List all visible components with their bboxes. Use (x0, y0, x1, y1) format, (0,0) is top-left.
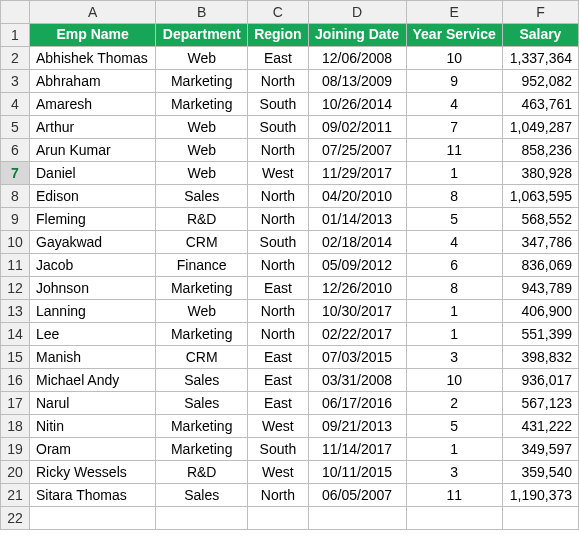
cell-emp-name[interactable]: Amaresh (30, 93, 156, 116)
col-header-F[interactable]: F (502, 1, 578, 24)
cell-emp-name[interactable]: Arun Kumar (30, 139, 156, 162)
empty-cell[interactable] (502, 507, 578, 530)
cell-emp-name[interactable]: Gayakwad (30, 231, 156, 254)
cell-joining-date[interactable]: 01/14/2013 (308, 208, 406, 231)
row-header[interactable]: 22 (1, 507, 30, 530)
cell-salary[interactable]: 1,190,373 (502, 484, 578, 507)
cell-joining-date[interactable]: 06/17/2016 (308, 392, 406, 415)
header-region[interactable]: Region (248, 24, 308, 47)
header-emp-name[interactable]: Emp Name (30, 24, 156, 47)
col-header-C[interactable]: C (248, 1, 308, 24)
row-header[interactable]: 19 (1, 438, 30, 461)
cell-salary[interactable]: 406,900 (502, 300, 578, 323)
cell-emp-name[interactable]: Lee (30, 323, 156, 346)
header-year-service[interactable]: Year Service (406, 24, 502, 47)
cell-department[interactable]: Marketing (156, 277, 248, 300)
cell-salary[interactable]: 952,082 (502, 70, 578, 93)
cell-region[interactable]: South (248, 438, 308, 461)
empty-cell[interactable] (30, 507, 156, 530)
cell-region[interactable]: North (248, 323, 308, 346)
cell-department[interactable]: Web (156, 116, 248, 139)
cell-year-service[interactable]: 3 (406, 346, 502, 369)
cell-emp-name[interactable]: Daniel (30, 162, 156, 185)
cell-region[interactable]: East (248, 392, 308, 415)
row-header[interactable]: 16 (1, 369, 30, 392)
cell-region[interactable]: West (248, 162, 308, 185)
cell-emp-name[interactable]: Narul (30, 392, 156, 415)
cell-salary[interactable]: 943,789 (502, 277, 578, 300)
cell-emp-name[interactable]: Arthur (30, 116, 156, 139)
cell-department[interactable]: Web (156, 300, 248, 323)
cell-department[interactable]: Sales (156, 484, 248, 507)
row-header[interactable]: 11 (1, 254, 30, 277)
cell-department[interactable]: CRM (156, 346, 248, 369)
row-header[interactable]: 5 (1, 116, 30, 139)
cell-salary[interactable]: 359,540 (502, 461, 578, 484)
cell-joining-date[interactable]: 11/29/2017 (308, 162, 406, 185)
cell-region[interactable]: North (248, 254, 308, 277)
cell-department[interactable]: R&D (156, 208, 248, 231)
cell-salary[interactable]: 463,761 (502, 93, 578, 116)
cell-emp-name[interactable]: Michael Andy (30, 369, 156, 392)
cell-year-service[interactable]: 5 (406, 208, 502, 231)
cell-emp-name[interactable]: Edison (30, 185, 156, 208)
cell-year-service[interactable]: 1 (406, 162, 502, 185)
row-header[interactable]: 8 (1, 185, 30, 208)
cell-year-service[interactable]: 10 (406, 47, 502, 70)
header-department[interactable]: Department (156, 24, 248, 47)
col-header-B[interactable]: B (156, 1, 248, 24)
cell-salary[interactable]: 1,049,287 (502, 116, 578, 139)
cell-emp-name[interactable]: Nitin (30, 415, 156, 438)
row-header[interactable]: 17 (1, 392, 30, 415)
cell-emp-name[interactable]: Fleming (30, 208, 156, 231)
col-header-E[interactable]: E (406, 1, 502, 24)
cell-year-service[interactable]: 6 (406, 254, 502, 277)
cell-department[interactable]: R&D (156, 461, 248, 484)
cell-year-service[interactable]: 4 (406, 231, 502, 254)
cell-salary[interactable]: 836,069 (502, 254, 578, 277)
cell-year-service[interactable]: 1 (406, 300, 502, 323)
cell-department[interactable]: Web (156, 47, 248, 70)
cell-department[interactable]: Sales (156, 185, 248, 208)
cell-region[interactable]: South (248, 116, 308, 139)
cell-joining-date[interactable]: 10/30/2017 (308, 300, 406, 323)
row-header[interactable]: 9 (1, 208, 30, 231)
cell-emp-name[interactable]: Johnson (30, 277, 156, 300)
cell-year-service[interactable]: 3 (406, 461, 502, 484)
cell-emp-name[interactable]: Jacob (30, 254, 156, 277)
cell-region[interactable]: North (248, 208, 308, 231)
cell-department[interactable]: Web (156, 162, 248, 185)
cell-year-service[interactable]: 1 (406, 438, 502, 461)
corner-cell[interactable] (1, 1, 30, 24)
cell-year-service[interactable]: 11 (406, 484, 502, 507)
cell-department[interactable]: Marketing (156, 323, 248, 346)
row-header[interactable]: 20 (1, 461, 30, 484)
cell-joining-date[interactable]: 12/26/2010 (308, 277, 406, 300)
cell-year-service[interactable]: 10 (406, 369, 502, 392)
cell-region[interactable]: North (248, 70, 308, 93)
cell-region[interactable]: North (248, 185, 308, 208)
cell-salary[interactable]: 431,222 (502, 415, 578, 438)
cell-joining-date[interactable]: 09/02/2011 (308, 116, 406, 139)
row-header[interactable]: 13 (1, 300, 30, 323)
cell-region[interactable]: North (248, 139, 308, 162)
cell-year-service[interactable]: 5 (406, 415, 502, 438)
row-header[interactable]: 2 (1, 47, 30, 70)
cell-emp-name[interactable]: Sitara Thomas (30, 484, 156, 507)
empty-cell[interactable] (156, 507, 248, 530)
row-header[interactable]: 4 (1, 93, 30, 116)
header-joining-date[interactable]: Joining Date (308, 24, 406, 47)
cell-joining-date[interactable]: 05/09/2012 (308, 254, 406, 277)
row-header[interactable]: 18 (1, 415, 30, 438)
cell-joining-date[interactable]: 11/14/2017 (308, 438, 406, 461)
header-salary[interactable]: Salary (502, 24, 578, 47)
cell-year-service[interactable]: 7 (406, 116, 502, 139)
cell-salary[interactable]: 936,017 (502, 369, 578, 392)
row-header[interactable]: 21 (1, 484, 30, 507)
cell-joining-date[interactable]: 06/05/2007 (308, 484, 406, 507)
row-header[interactable]: 12 (1, 277, 30, 300)
cell-region[interactable]: North (248, 300, 308, 323)
cell-year-service[interactable]: 11 (406, 139, 502, 162)
row-header[interactable]: 14 (1, 323, 30, 346)
cell-emp-name[interactable]: Abhishek Thomas (30, 47, 156, 70)
